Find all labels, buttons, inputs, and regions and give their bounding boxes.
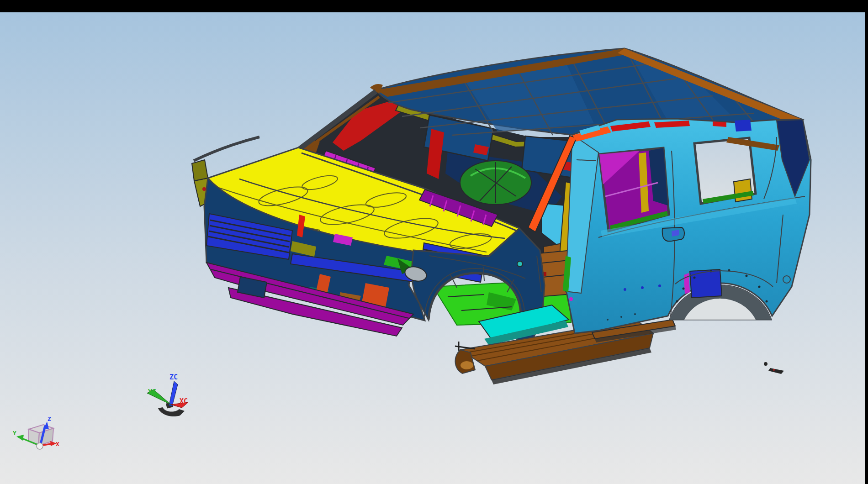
view-origin-ball [37, 443, 43, 449]
quarter-window-bracket [734, 179, 752, 202]
view-x-label: X [56, 441, 59, 447]
view-z-label: Z [48, 416, 51, 422]
view-y-label: Y [13, 430, 16, 437]
corner-red-dot [202, 187, 206, 191]
arch-blue-box[interactable] [690, 269, 722, 298]
roof-rail-blue-block [735, 120, 752, 132]
fender-locator-hole [517, 261, 523, 267]
pillar-magenta-dot [569, 297, 573, 301]
top-frame-bar [0, 0, 868, 12]
wcs-y-label: YC [148, 388, 156, 396]
wcs-x-label: XC [180, 397, 188, 405]
small-part-red-dot [773, 369, 775, 371]
cad-application-window: ZC YC XC Z Y X [0, 0, 868, 484]
wcs-z-label: ZC [169, 373, 178, 381]
end-cap-highlight [460, 361, 473, 369]
small-part-dot[interactable] [764, 362, 767, 366]
right-frame-bar [865, 0, 868, 484]
fender-rail-left-upper [192, 160, 208, 181]
drip-rail-red-3 [713, 121, 726, 127]
graphics-viewport[interactable]: ZC YC XC Z Y X [0, 0, 868, 484]
body-side[interactable] [528, 119, 811, 333]
